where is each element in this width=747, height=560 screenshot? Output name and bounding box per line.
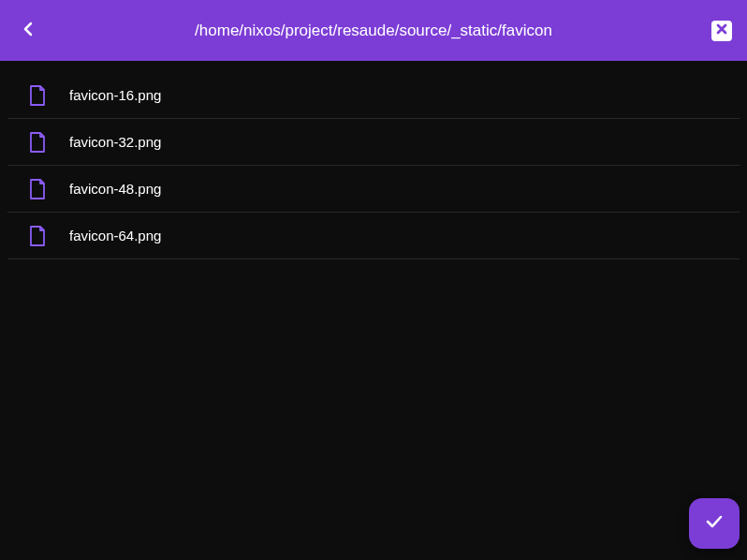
file-list: favicon-16.png favicon-32.png favicon-48… [0, 61, 747, 259]
check-icon [704, 511, 725, 536]
file-name: favicon-48.png [69, 181, 161, 197]
path-title: /home/nixos/project/resaude/source/_stat… [195, 22, 552, 40]
file-item[interactable]: favicon-16.png [7, 72, 740, 119]
file-name: favicon-32.png [69, 134, 161, 150]
header-bar: /home/nixos/project/resaude/source/_stat… [0, 0, 747, 61]
file-icon [28, 226, 47, 246]
confirm-button[interactable] [689, 498, 740, 549]
file-name: favicon-16.png [69, 87, 161, 103]
file-name: favicon-64.png [69, 228, 161, 243]
close-icon [715, 22, 728, 39]
file-item[interactable]: favicon-32.png [7, 119, 740, 166]
file-item[interactable]: favicon-64.png [7, 213, 740, 259]
file-icon [28, 85, 47, 106]
back-button[interactable] [15, 18, 41, 44]
close-button[interactable] [711, 21, 732, 41]
chevron-left-icon [23, 22, 33, 40]
file-icon [28, 132, 47, 153]
file-icon [28, 179, 47, 199]
file-item[interactable]: favicon-48.png [7, 166, 740, 213]
